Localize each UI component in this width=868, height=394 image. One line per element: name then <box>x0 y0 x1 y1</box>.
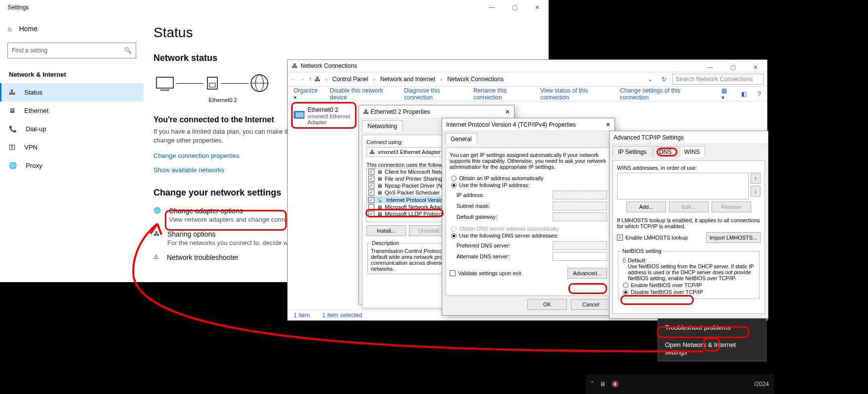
help-icon[interactable]: ? <box>758 91 761 98</box>
remove-button[interactable]: Remove <box>712 201 751 212</box>
radio-nb-enable[interactable] <box>623 283 628 288</box>
radio-label: Use the following IP address: <box>459 182 529 188</box>
adapter-item[interactable]: Ethernet0 2 vmxnet3 Ethernet Adapter <box>293 106 352 125</box>
wins-listbox[interactable] <box>617 173 749 199</box>
mask-input[interactable] <box>553 201 607 210</box>
troubleshoot-menu-item[interactable]: Troubleshoot problems <box>658 319 766 336</box>
gw-input[interactable] <box>553 212 607 221</box>
lmhosts-note: If LMHOSTS lookup is enabled, it applies… <box>617 217 761 229</box>
general-tab[interactable]: General <box>445 133 477 145</box>
svg-rect-0 <box>156 77 173 88</box>
checkbox[interactable] <box>368 197 374 203</box>
import-lmhosts-button[interactable]: Import LMHOSTS... <box>706 232 761 243</box>
view-icon[interactable]: ▦ ▾ <box>721 87 730 101</box>
minimize-button[interactable]: — <box>699 60 721 75</box>
rename-connection[interactable]: Rename this connection <box>473 87 529 101</box>
maximize-button[interactable]: ▢ <box>721 60 744 75</box>
advanced-button[interactable]: Advanced... <box>567 268 607 279</box>
tray-context-menu: Troubleshoot problems Open Network & Int… <box>658 318 766 361</box>
nav-section-header: Network & Internet <box>0 63 144 83</box>
volume-tray-icon[interactable]: 🔇 <box>612 381 619 388</box>
checkbox[interactable] <box>368 190 374 196</box>
dns1-input[interactable] <box>553 241 607 250</box>
install-button[interactable]: Install... <box>366 225 406 236</box>
find-setting-input[interactable]: Find a setting 🔍 <box>7 43 136 58</box>
crumb[interactable]: Network and Internet <box>380 76 435 83</box>
dns2-input[interactable] <box>553 252 607 261</box>
edit-button[interactable]: Edit... <box>669 201 709 212</box>
chevron-down-icon[interactable]: ⌄ <box>645 76 656 83</box>
ipv4-properties-dialog: Internet Protocol Version 4 (TCP/IPv4) P… <box>442 118 615 316</box>
lmhosts-checkbox[interactable] <box>617 235 623 241</box>
address-bar[interactable]: ← → ↑ 🖧 › Control Panel› Network and Int… <box>288 72 767 87</box>
radio-auto-dns[interactable] <box>451 226 457 232</box>
nav-vpn[interactable]: ⚿VPN <box>0 138 144 156</box>
dns2-label: Alternate DNS server: <box>457 253 510 259</box>
checkbox[interactable] <box>368 183 374 189</box>
close-button[interactable]: ✕ <box>526 0 549 15</box>
advanced-tcpip-dialog: Advanced TCP/IP Settings IP Settings DNS… <box>609 131 768 319</box>
nav-ethernet[interactable]: 🖥Ethernet <box>0 101 144 120</box>
organize-menu[interactable]: Organize ▾ <box>294 87 319 101</box>
forward-icon[interactable]: → <box>300 76 306 83</box>
ip-input[interactable] <box>553 191 607 199</box>
cancel-button[interactable]: Cancel <box>571 299 611 310</box>
tray-chevron-icon[interactable]: ˄ <box>591 381 594 388</box>
radio-static-ip[interactable] <box>451 183 457 188</box>
nav-label: Dial-up <box>26 125 46 133</box>
up-icon[interactable]: ↑ <box>308 76 311 83</box>
close-icon[interactable]: ✕ <box>505 108 510 115</box>
checkbox[interactable] <box>368 204 374 210</box>
clock[interactable]: /2024 <box>754 381 769 388</box>
checkbox[interactable] <box>368 176 374 182</box>
nav-label: Status <box>24 89 43 96</box>
status-count: 1 item <box>294 312 310 319</box>
wins-tab[interactable]: WINS <box>679 146 705 157</box>
dns1-label: Preferred DNS server: <box>457 243 511 248</box>
crumb[interactable]: Network Connections <box>447 76 504 83</box>
radio-nb-disable[interactable] <box>623 290 628 295</box>
maximize-button[interactable]: ▢ <box>503 0 526 15</box>
diagnose-connection[interactable]: Diagnose this connection <box>404 87 462 101</box>
netbios-legend: NetBIOS setting <box>621 248 663 254</box>
radio-nb-default[interactable] <box>623 257 625 263</box>
networking-tab[interactable]: Networking <box>362 120 403 132</box>
nav-dialup[interactable]: 📞Dial-up <box>0 120 144 138</box>
back-icon[interactable]: ← <box>291 76 297 83</box>
ip-settings-tab[interactable]: IP Settings <box>613 146 652 157</box>
move-down-button[interactable]: ↓ <box>751 186 761 197</box>
refresh-icon[interactable]: ↻ <box>659 76 669 83</box>
radio-static-dns[interactable] <box>451 233 457 239</box>
disable-device[interactable]: Disable this network device <box>330 87 393 101</box>
view-status[interactable]: View status of this connection <box>540 87 609 101</box>
network-tray-icon[interactable]: 🖥 <box>600 381 606 388</box>
checkbox[interactable] <box>368 169 374 175</box>
crumb[interactable]: Control Panel <box>332 76 368 83</box>
change-settings[interactable]: Change settings of this connection <box>620 87 700 101</box>
close-button[interactable]: ✕ <box>744 60 767 75</box>
add-button[interactable]: Add... <box>626 201 666 212</box>
nc-title-text: Network Connections <box>301 62 357 69</box>
list-item[interactable]: QoS Packet Scheduler <box>385 190 440 196</box>
svg-rect-8 <box>296 112 304 117</box>
open-network-settings-menu-item[interactable]: Open Network & Internet settings <box>658 336 766 361</box>
taskbar: ˄ 🖥 🔇 /2024 <box>586 374 774 394</box>
radio-label: Obtain DNS server address automatically <box>459 226 559 232</box>
preview-pane-icon[interactable]: ◧ <box>741 91 747 98</box>
nb-disable-label: Disable NetBIOS over TCP/IP <box>631 289 703 295</box>
close-icon[interactable]: ✕ <box>606 121 611 128</box>
home-button[interactable]: ⌂ Home <box>0 20 144 38</box>
minimize-button[interactable]: — <box>480 0 503 15</box>
radio-label: Use the following DNS server addresses: <box>459 233 559 239</box>
move-up-button[interactable]: ↑ <box>751 173 761 184</box>
search-input[interactable]: Search Network Connections <box>672 74 764 85</box>
dns-tab[interactable]: DNS <box>654 146 677 157</box>
settings-nav: ⌂ Home Find a setting 🔍 Network & Intern… <box>0 15 144 282</box>
ok-button[interactable]: OK <box>527 299 567 310</box>
checkbox[interactable] <box>368 211 374 217</box>
radio-auto-ip[interactable] <box>451 176 457 181</box>
validate-checkbox[interactable] <box>450 270 456 276</box>
nav-proxy[interactable]: 🌐Proxy <box>0 156 144 175</box>
nav-status[interactable]: 🖧Status <box>0 83 144 101</box>
adapter-icon: 🖧 <box>369 149 375 155</box>
